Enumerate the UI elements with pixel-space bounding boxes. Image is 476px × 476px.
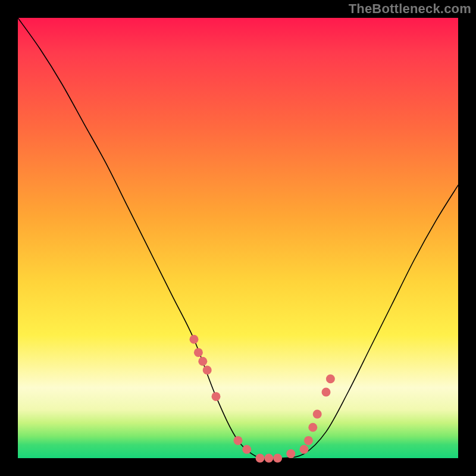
- marker-point: [256, 454, 265, 463]
- marker-point: [300, 445, 309, 454]
- marker-point: [203, 366, 212, 375]
- chart-frame: TheBottleneck.com: [0, 0, 476, 476]
- marker-point: [194, 348, 203, 357]
- marker-point: [308, 423, 317, 432]
- marker-point: [264, 454, 273, 463]
- marker-point: [234, 436, 243, 445]
- bottleneck-curve: [18, 18, 458, 459]
- marker-point: [286, 449, 295, 458]
- marker-point: [313, 410, 322, 419]
- curve-layer: [18, 18, 458, 458]
- marker-point: [304, 436, 313, 445]
- marker-point: [326, 374, 335, 383]
- marker-point: [322, 388, 331, 397]
- plot-area: [18, 18, 458, 458]
- marker-point: [273, 454, 282, 463]
- marker-point: [190, 335, 199, 344]
- markers-group: [190, 335, 335, 463]
- marker-point: [198, 357, 207, 366]
- watermark-text: TheBottleneck.com: [349, 1, 471, 17]
- marker-point: [212, 392, 221, 401]
- marker-point: [242, 445, 251, 454]
